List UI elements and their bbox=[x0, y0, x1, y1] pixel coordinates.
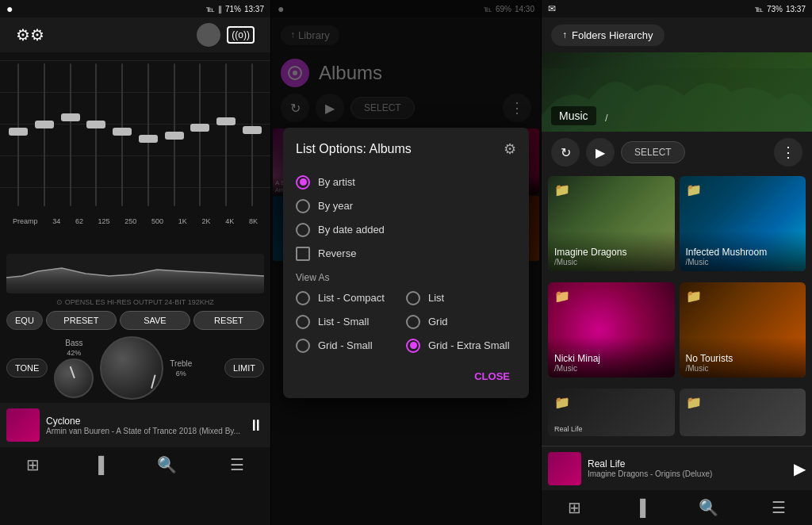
folder-info: Infected Mushroom /Music bbox=[680, 231, 806, 271]
folder-path: /Music bbox=[686, 258, 800, 266]
band-1k-slider[interactable] bbox=[162, 56, 186, 214]
treble-knob-group: Treble 6% bbox=[170, 359, 192, 377]
grid-xs-radio[interactable] bbox=[406, 339, 420, 353]
shuffle-button-p3[interactable]: ↻ bbox=[551, 138, 580, 167]
bass-pct: 42% bbox=[67, 349, 81, 357]
surround-btn[interactable]: ((o)) bbox=[227, 26, 255, 44]
view-grid-small[interactable]: Grid - Small bbox=[296, 334, 406, 358]
tone-button[interactable]: TONE bbox=[6, 358, 48, 377]
reset-button[interactable]: RESET bbox=[193, 311, 264, 330]
list-small-radio[interactable] bbox=[296, 315, 310, 329]
hi-res-label: ⊙ OPENSL ES HI-RES OUTPUT 24-BIT 192KHZ bbox=[0, 297, 270, 308]
nav-menu-icon-p1[interactable]: ☰ bbox=[230, 455, 244, 474]
np-album-art-p1 bbox=[6, 408, 40, 442]
folder-info: No Tourists /Music bbox=[680, 337, 806, 377]
up-arrow-icon-p3: ↑ bbox=[562, 29, 567, 40]
play-button-p3[interactable]: ▶ bbox=[586, 138, 615, 167]
band-2k-slider[interactable] bbox=[188, 56, 213, 214]
list-compact-radio[interactable] bbox=[296, 291, 310, 305]
eq-header: ⚙⚙ ((o)) bbox=[0, 17, 270, 52]
by-artist-radio[interactable] bbox=[296, 175, 310, 190]
folder-path: /Music bbox=[554, 364, 668, 373]
folder-file-icon: 📁 bbox=[554, 289, 570, 304]
nav-grid-icon-p1[interactable]: ⊞ bbox=[26, 455, 40, 474]
folder-card-partial-1[interactable]: 📁 Real Life bbox=[548, 389, 675, 436]
save-button[interactable]: SAVE bbox=[120, 311, 190, 330]
eq-sliders-area: Preamp 34 62 125 250 500 1K 2K 4K 8K bbox=[0, 52, 270, 251]
p3-status-icons: ℡ 73% 13:37 bbox=[755, 5, 806, 13]
sort-by-date-option[interactable]: By date added bbox=[296, 218, 516, 242]
freq-labels: Preamp 34 62 125 250 500 1K 2K 4K 8K bbox=[6, 217, 264, 225]
by-year-radio[interactable] bbox=[296, 199, 310, 213]
preset-button[interactable]: PRESET bbox=[46, 311, 117, 330]
nav-search-icon-p1[interactable]: 🔍 bbox=[157, 455, 177, 474]
equ-button[interactable]: EQU bbox=[6, 311, 43, 330]
reverse-option[interactable]: Reverse bbox=[296, 242, 516, 266]
partial-folder-info: Real Life bbox=[554, 425, 583, 433]
eq-sliders-row bbox=[6, 56, 264, 214]
list-compact-label: List - Compact bbox=[318, 292, 385, 304]
band-62-slider[interactable] bbox=[58, 56, 82, 214]
sort-by-artist-option[interactable]: By artist bbox=[296, 171, 516, 194]
dialog-close-row: CLOSE bbox=[296, 367, 516, 385]
nav-chart-icon-p3[interactable]: ▐ bbox=[634, 499, 645, 517]
treble-knob[interactable] bbox=[100, 336, 163, 400]
view-list-small[interactable]: List - Small bbox=[296, 310, 406, 334]
by-date-radio[interactable] bbox=[296, 223, 310, 237]
nav-search-icon-p3[interactable]: 🔍 bbox=[699, 498, 718, 517]
folder-card-partial-2[interactable]: 📁 bbox=[680, 389, 806, 436]
grid-label: Grid bbox=[428, 316, 448, 328]
view-list-compact[interactable]: List - Compact bbox=[296, 286, 406, 310]
reverse-checkbox[interactable] bbox=[296, 247, 310, 261]
dialog-title: List Options: Albums bbox=[296, 142, 412, 156]
sort-by-year-option[interactable]: By year bbox=[296, 194, 516, 218]
view-grid[interactable]: Grid bbox=[406, 310, 516, 334]
folder-card-infected-mushroom[interactable]: 📁 Infected Mushroom /Music bbox=[680, 176, 806, 271]
treble-indicator bbox=[151, 374, 156, 389]
band-125-slider[interactable] bbox=[84, 56, 109, 214]
equalizer-panel: ● ℡ ∥ 71% 13:37 ⚙⚙ ((o)) bbox=[0, 0, 270, 525]
view-grid-extra-small[interactable]: Grid - Extra Small bbox=[406, 334, 516, 358]
p1-status-icons: ℡ ∥ 71% 13:37 bbox=[206, 5, 264, 13]
view-as-grid: List - Compact List List - Small Grid Gr… bbox=[296, 286, 516, 358]
list-radio[interactable] bbox=[406, 291, 420, 305]
eq-circle-btn[interactable] bbox=[197, 23, 220, 47]
band-500-slider[interactable] bbox=[136, 56, 161, 214]
bass-knob-group: Bass 42% bbox=[54, 339, 94, 398]
select-button-p3[interactable]: SELECT bbox=[621, 141, 685, 163]
bass-knob-indicator bbox=[70, 366, 75, 378]
band-4k-slider[interactable] bbox=[214, 56, 239, 214]
folder-info: Nicki Minaj /Music bbox=[548, 337, 675, 377]
nav-chart-icon-p1[interactable]: ▐ bbox=[93, 456, 104, 474]
play-button-np-p3[interactable]: ▶ bbox=[794, 459, 806, 478]
eq-sliders-icon[interactable]: ⚙⚙ bbox=[16, 25, 44, 44]
folders-hierarchy-button[interactable]: ↑ Folders Hierarchy bbox=[551, 25, 665, 46]
folder-file-icon: 📁 bbox=[686, 289, 702, 304]
view-list[interactable]: List bbox=[406, 286, 516, 310]
limit-button[interactable]: LIMIT bbox=[224, 358, 264, 377]
grid-radio[interactable] bbox=[406, 315, 420, 329]
folders-panel: ✉ ℡ 73% 13:37 ↑ Folders Hierarchy Music … bbox=[541, 0, 812, 525]
folder-name: Nicki Minaj bbox=[554, 353, 668, 364]
folder-name: No Tourists bbox=[686, 353, 800, 364]
treble-pct: 6% bbox=[176, 370, 186, 377]
pause-button-p1[interactable]: ⏸ bbox=[248, 416, 264, 435]
folder-card-imagine-dragons[interactable]: 📁 Imagine Dragons /Music bbox=[548, 176, 675, 271]
p3-controls: ↻ ▶ SELECT ⋮ bbox=[542, 132, 812, 173]
nav-menu-icon-p3[interactable]: ☰ bbox=[772, 498, 786, 517]
nav-grid-icon-p3[interactable]: ⊞ bbox=[568, 498, 581, 517]
dialog-gear-icon[interactable]: ⚙ bbox=[504, 140, 516, 158]
folder-card-nicki-minaj[interactable]: 📁 Nicki Minaj /Music bbox=[548, 282, 675, 377]
band-34-slider[interactable] bbox=[33, 56, 57, 214]
preamp-slider[interactable] bbox=[6, 56, 31, 214]
folder-card-no-tourists[interactable]: 📁 No Tourists /Music bbox=[680, 282, 806, 377]
band-8k-slider[interactable] bbox=[239, 56, 264, 214]
folder-name: Infected Mushroom bbox=[686, 247, 800, 258]
bass-knob[interactable] bbox=[54, 358, 94, 398]
dialog-close-button[interactable]: CLOSE bbox=[468, 367, 516, 385]
grid-small-radio[interactable] bbox=[296, 339, 310, 353]
more-options-p3[interactable]: ⋮ bbox=[774, 138, 802, 167]
status-bar-p1: ● ℡ ∥ 71% 13:37 bbox=[0, 0, 270, 17]
band-250-slider[interactable] bbox=[110, 56, 135, 214]
np-info-p1: Cyclone Armin van Buuren - A State of Tr… bbox=[46, 416, 242, 435]
